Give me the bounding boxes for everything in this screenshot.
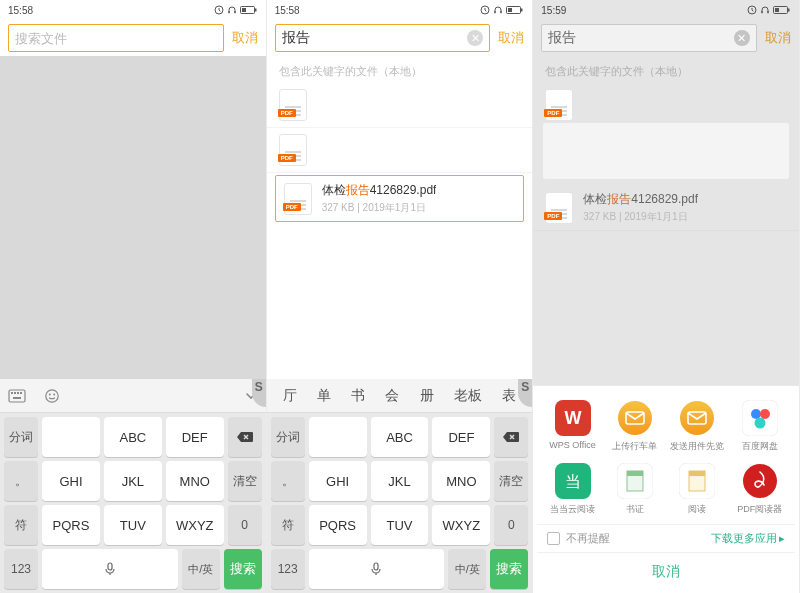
app-上传行车单[interactable]: 上传行车单 (604, 400, 666, 453)
clear-icon[interactable]: ✕ (467, 30, 483, 46)
cancel-link[interactable]: 取消 (765, 29, 791, 47)
key-space[interactable] (42, 549, 178, 589)
cancel-link[interactable]: 取消 (232, 29, 258, 47)
svg-point-38 (754, 418, 765, 429)
key-segment[interactable]: 分词 (4, 417, 38, 457)
key-num[interactable]: 123 (4, 549, 38, 589)
key-ghi[interactable]: GHI (309, 461, 367, 501)
file-name: 体检报告4126829.pdf (583, 191, 698, 208)
mic-icon (368, 561, 384, 577)
file-item-highlighted[interactable]: PDF 体检报告4126829.pdf 327 KB | 2019年1月1日 (275, 175, 525, 222)
battery-icon (773, 5, 791, 15)
app-icon: W (555, 400, 591, 436)
key-1[interactable] (42, 417, 100, 457)
key-tuv[interactable]: TUV (104, 505, 162, 545)
key-jkl[interactable]: JKL (104, 461, 162, 501)
key-wxyz[interactable]: WXYZ (166, 505, 224, 545)
svg-rect-1 (228, 11, 230, 13)
status-icons (747, 5, 791, 15)
svg-point-37 (760, 409, 770, 419)
suggestion[interactable]: 书 (347, 387, 369, 405)
key-abc[interactable]: ABC (104, 417, 162, 457)
key-def[interactable]: DEF (432, 417, 490, 457)
suggestion[interactable]: 厅 (279, 387, 301, 405)
svg-rect-28 (775, 8, 779, 12)
key-space[interactable] (309, 549, 445, 589)
key-period[interactable]: 。 (271, 461, 305, 501)
svg-rect-25 (767, 11, 769, 13)
app-PDF阅读器[interactable]: PDF阅读器 (729, 463, 791, 516)
key-mno[interactable]: MNO (166, 461, 224, 501)
key-backspace[interactable] (494, 417, 528, 457)
app-阅读[interactable]: 阅读 (666, 463, 728, 516)
sheet-cancel-button[interactable]: 取消 (537, 552, 795, 589)
app-label: 书证 (626, 503, 644, 516)
file-icon: PDF (279, 134, 307, 166)
svg-rect-18 (501, 11, 503, 13)
file-item[interactable]: PDF (267, 128, 533, 173)
screen-open-with: 15:59 报告 ✕ 取消 包含此关键字的文件（本地） PDF PDF (533, 0, 800, 593)
app-icon (679, 463, 715, 499)
app-发送用件先览[interactable]: 发送用件先览 (666, 400, 728, 453)
svg-point-31 (618, 401, 652, 435)
app-WPS Office[interactable]: WWPS Office (541, 400, 603, 453)
suggestion[interactable]: 册 (416, 387, 438, 405)
app-百度网盘[interactable]: 百度网盘 (729, 400, 791, 453)
key-period[interactable]: 。 (4, 461, 38, 501)
download-more-link[interactable]: 下载更多应用▸ (711, 531, 785, 546)
suggestion[interactable]: 会 (381, 387, 403, 405)
headphone-icon (493, 5, 503, 15)
key-pqrs[interactable]: PQRS (309, 505, 367, 545)
clear-icon[interactable]: ✕ (734, 30, 750, 46)
key-clear[interactable]: 清空 (228, 461, 262, 501)
search-box[interactable] (8, 24, 224, 52)
key-segment[interactable]: 分词 (271, 417, 305, 457)
file-item: PDF 体检报告4126829.pdf 327 KB | 2019年1月1日 (533, 185, 799, 231)
dont-remind-checkbox[interactable]: 不再提醒 (547, 531, 610, 546)
svg-rect-6 (9, 390, 25, 402)
search-box[interactable]: 报告 ✕ (541, 24, 757, 52)
key-zero[interactable]: 0 (494, 505, 528, 545)
key-backspace[interactable] (228, 417, 262, 457)
key-lang[interactable]: 中/英 (448, 549, 486, 589)
suggestion[interactable]: 单 (313, 387, 335, 405)
suggestion[interactable]: 老板 (450, 387, 486, 405)
key-def[interactable]: DEF (166, 417, 224, 457)
key-1[interactable] (309, 417, 367, 457)
screen-search-results: 15:58 报告 ✕ 取消 包含此关键字的文件（本地） PDF PDF (267, 0, 534, 593)
cancel-link[interactable]: 取消 (498, 29, 524, 47)
key-tuv[interactable]: TUV (371, 505, 429, 545)
alarm-icon (747, 5, 757, 15)
search-box[interactable]: 报告 ✕ (275, 24, 491, 52)
status-time: 15:58 (8, 5, 33, 16)
key-lang[interactable]: 中/英 (182, 549, 220, 589)
key-num[interactable]: 123 (271, 549, 305, 589)
emoji-icon[interactable] (44, 388, 60, 404)
svg-rect-7 (11, 392, 13, 394)
key-search[interactable]: 搜索 (490, 549, 528, 589)
key-ghi[interactable]: GHI (42, 461, 100, 501)
key-symbol[interactable]: 符 (271, 505, 305, 545)
file-badge: PDF (283, 203, 301, 211)
search-input[interactable] (15, 31, 217, 46)
app-icon (617, 463, 653, 499)
svg-text:当: 当 (565, 473, 581, 490)
app-书证[interactable]: 书证 (604, 463, 666, 516)
key-search[interactable]: 搜索 (224, 549, 262, 589)
key-wxyz[interactable]: WXYZ (432, 505, 490, 545)
file-item[interactable]: PDF (267, 83, 533, 128)
kbd-layout-icon[interactable] (8, 389, 26, 403)
file-badge: PDF (544, 212, 562, 220)
key-mno[interactable]: MNO (432, 461, 490, 501)
key-jkl[interactable]: JKL (371, 461, 429, 501)
key-zero[interactable]: 0 (228, 505, 262, 545)
key-abc[interactable]: ABC (371, 417, 429, 457)
suggestion[interactable]: 表 (498, 387, 520, 405)
key-symbol[interactable]: 符 (4, 505, 38, 545)
key-clear[interactable]: 清空 (494, 461, 528, 501)
key-pqrs[interactable]: PQRS (42, 505, 100, 545)
app-icon (742, 400, 778, 436)
app-当当云阅读[interactable]: 当当当云阅读 (541, 463, 603, 516)
status-bar: 15:59 (533, 0, 799, 20)
app-label: PDF阅读器 (737, 503, 782, 516)
